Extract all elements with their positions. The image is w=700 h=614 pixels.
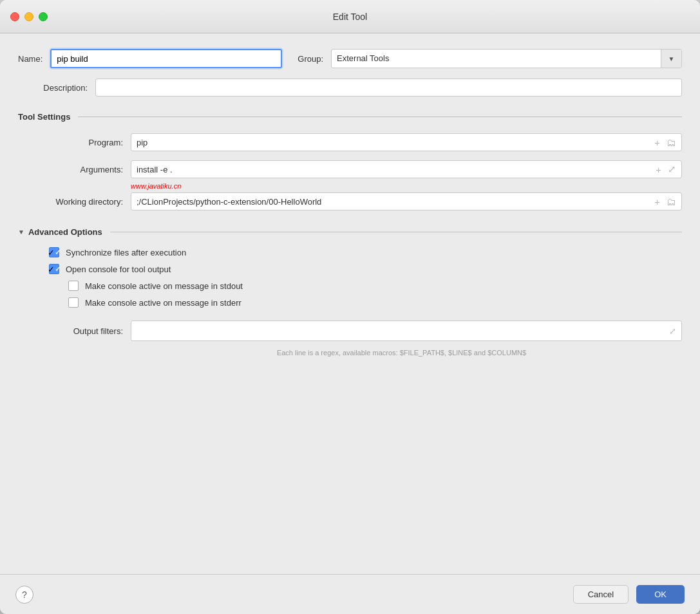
program-actions: + 🗂: [653, 136, 681, 149]
program-row: Program: + 🗂: [18, 133, 682, 151]
title-bar: Edit Tool: [0, 0, 700, 33]
arguments-row: Arguments: + ⤢: [18, 160, 682, 178]
arguments-input-wrapper: + ⤢: [131, 160, 682, 178]
output-filters-input[interactable]: [131, 326, 664, 336]
advanced-options-title: Advanced Options: [28, 227, 102, 237]
open-console-label: Open console for tool output: [66, 265, 171, 274]
advanced-section-divider: [110, 232, 682, 232]
program-input[interactable]: [131, 138, 653, 147]
expand-icon: ⤢: [668, 163, 676, 175]
arguments-label: Arguments:: [37, 165, 131, 174]
program-input-wrapper: + 🗂: [131, 133, 682, 151]
description-row: Description:: [18, 79, 682, 97]
output-filters-row: Output filters: ⤢: [18, 321, 682, 341]
program-add-button[interactable]: +: [653, 136, 661, 149]
active-stdout-checkbox[interactable]: [68, 281, 79, 291]
group-label: Group:: [298, 54, 323, 64]
arguments-add-button[interactable]: +: [654, 163, 663, 176]
working-directory-input-wrapper: + 🗂: [131, 192, 682, 210]
sync-files-label: Synchronize files after execution: [66, 248, 186, 257]
arguments-expand-button[interactable]: ⤢: [667, 162, 677, 176]
output-filters-label: Output filters:: [37, 326, 131, 336]
section-divider: [78, 116, 682, 117]
advanced-options-section: ▼ Advanced Options ✓ Synchronize files a…: [18, 227, 682, 314]
description-label: Description:: [18, 83, 95, 93]
arguments-input[interactable]: [131, 165, 654, 174]
working-directory-row: Working directory: + 🗂: [18, 192, 682, 210]
tool-settings-title: Tool Settings: [18, 112, 70, 122]
tool-settings-section-header: Tool Settings: [18, 112, 682, 122]
content-area: Name: Group: External Tools ▼ Descriptio…: [0, 33, 700, 574]
working-directory-actions: + 🗂: [653, 195, 681, 209]
active-stdout-row: Make console active on message in stdout: [18, 281, 682, 291]
working-directory-folder-button[interactable]: 🗂: [665, 195, 677, 209]
bottom-actions: Cancel OK: [573, 585, 685, 604]
window-title: Edit Tool: [333, 12, 367, 22]
active-stderr-label: Make console active on message in stderr: [85, 298, 241, 308]
working-directory-input[interactable]: [131, 197, 653, 207]
active-stderr-row: Make console active on message in stderr: [18, 297, 682, 308]
cancel-button[interactable]: Cancel: [573, 585, 629, 604]
advanced-options-header: ▼ Advanced Options: [18, 227, 682, 237]
hint-text: Each line is a regex, available macros: …: [18, 349, 682, 357]
group-dropdown-arrow[interactable]: ▼: [661, 49, 681, 68]
watermark: www.javatiku.cn: [131, 182, 682, 190]
group-select-text: External Tools: [332, 49, 661, 68]
close-button[interactable]: [10, 12, 19, 21]
program-label: Program:: [37, 138, 131, 147]
folder-icon-2: 🗂: [667, 196, 676, 207]
bottom-bar: ? Cancel OK: [0, 574, 700, 614]
working-directory-label: Working directory:: [37, 197, 131, 207]
active-stdout-label: Make console active on message in stdout: [85, 281, 243, 291]
output-expand-icon[interactable]: ⤢: [664, 324, 681, 339]
group-select-wrapper[interactable]: External Tools ▼: [331, 49, 682, 68]
description-input[interactable]: [95, 79, 682, 97]
edit-tool-window: Edit Tool Name: Group: External Tools ▼ …: [0, 0, 700, 614]
sync-files-checkbox[interactable]: ✓: [49, 247, 59, 257]
open-console-row: ✓ Open console for tool output: [18, 264, 682, 274]
open-console-checkbox[interactable]: ✓: [49, 264, 59, 274]
name-label: Name:: [18, 54, 43, 64]
help-button[interactable]: ?: [15, 586, 33, 604]
chevron-down-icon: ▼: [668, 55, 675, 62]
active-stderr-checkbox[interactable]: [68, 297, 79, 308]
maximize-button[interactable]: [39, 12, 48, 21]
ok-button[interactable]: OK: [636, 585, 685, 604]
program-folder-button[interactable]: 🗂: [665, 136, 677, 149]
working-directory-add-button[interactable]: +: [653, 195, 661, 209]
minimize-button[interactable]: [24, 12, 33, 21]
traffic-lights: [10, 12, 48, 21]
arguments-actions: + ⤢: [654, 162, 681, 176]
sync-files-row: ✓ Synchronize files after execution: [18, 247, 682, 257]
output-filters-wrapper: ⤢: [131, 321, 682, 341]
checkmark-icon-2: ✓: [48, 265, 55, 274]
name-group-row: Name: Group: External Tools ▼: [18, 49, 682, 68]
collapse-arrow-icon[interactable]: ▼: [18, 228, 24, 236]
name-input[interactable]: [50, 49, 282, 68]
checkmark-icon: ✓: [48, 248, 55, 257]
folder-icon: 🗂: [667, 137, 676, 148]
